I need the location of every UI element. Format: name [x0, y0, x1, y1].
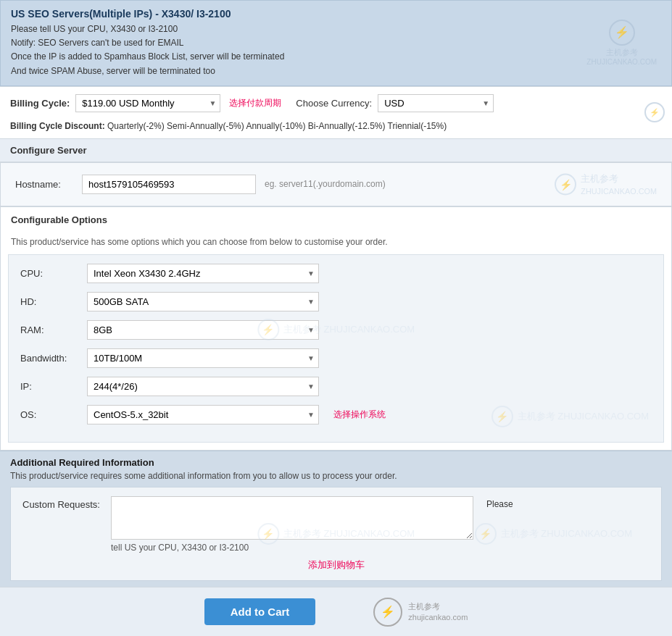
- currency-label: Choose Currency:: [296, 98, 372, 109]
- ip-row: IP: 244(4*/26) ▼: [20, 377, 652, 396]
- watermark-billing: ⚡: [644, 102, 665, 122]
- hd-select[interactable]: 500GB SATA: [87, 292, 319, 311]
- info-line-4: And twice SPAM Abuse, server will be ter…: [11, 64, 661, 78]
- configurable-options: Configurable Options This product/servic…: [0, 206, 672, 451]
- additional-desc: This product/service requires some addit…: [10, 471, 662, 481]
- info-line-2: Notify: SEO Servers can't be used for EM…: [11, 36, 661, 50]
- bandwidth-select[interactable]: 10TB/100M: [87, 348, 319, 368]
- add-to-cart-button[interactable]: Add to Cart: [204, 598, 316, 625]
- config-intro: This product/service has some options wh…: [1, 231, 671, 254]
- ram-select-wrap[interactable]: 8GB ▼: [87, 320, 319, 340]
- info-box: US SEO Servers(Multiple IPs) - X3430/ I3…: [0, 0, 672, 86]
- bandwidth-label: Bandwidth:: [20, 353, 78, 364]
- billing-cycle-label: Billing Cycle:: [10, 98, 70, 109]
- custom-req-label: Custom Requests:: [22, 496, 102, 510]
- brand-text: 主机参考 zhujicankao.com: [408, 601, 468, 622]
- ram-label: RAM:: [20, 325, 78, 335]
- brand-url: zhujicankao.com: [408, 613, 468, 622]
- watermark-text-1: 主机参考: [586, 47, 657, 58]
- billing-section: Billing Cycle: $119.00 USD Monthly ▼ 选择付…: [0, 86, 672, 138]
- brand-name: 主机参考: [408, 602, 440, 611]
- configurable-options-label: Configurable Options: [11, 214, 107, 225]
- hd-row: HD: 500GB SATA ▼: [20, 292, 652, 311]
- product-title: US SEO Servers(Multiple IPs) - X3430/ I3…: [11, 8, 661, 20]
- hd-label: HD:: [20, 296, 78, 307]
- info-line-3: Once the IP is added to Spamhaus Block L…: [11, 50, 661, 64]
- please-text: Please: [486, 496, 513, 509]
- cpu-select[interactable]: Intel Xeon X3430 2.4GHz: [87, 264, 319, 283]
- os-row: OS: CentOS-5.x_32bit ▼ 选择操作系统: [20, 405, 652, 424]
- ram-row: RAM: 8GB ▼: [20, 320, 652, 340]
- configure-server-header: Configure Server: [0, 138, 672, 162]
- bandwidth-row: Bandwidth: 10TB/100M ▼: [20, 348, 652, 368]
- custom-requests-textarea[interactable]: [111, 496, 473, 540]
- hd-select-wrap[interactable]: 500GB SATA ▼: [87, 292, 319, 311]
- billing-cycle-select[interactable]: $119.00 USD Monthly: [75, 94, 220, 112]
- custom-req-row: Custom Requests: Please: [22, 496, 650, 540]
- os-hint: 选择操作系统: [333, 409, 386, 421]
- os-select-wrap[interactable]: CentOS-5.x_32bit ▼: [87, 405, 319, 424]
- billing-cycle-select-wrap[interactable]: $119.00 USD Monthly ▼: [75, 94, 220, 112]
- cart-section: Add to Cart ⚡ 主机参考 zhujicankao.com: [0, 587, 672, 636]
- configurable-options-header: Configurable Options: [1, 207, 671, 231]
- cpu-select-wrap[interactable]: Intel Xeon X3430 2.4GHz ▼: [87, 264, 319, 283]
- ip-select[interactable]: 244(4*/26): [87, 377, 319, 396]
- brand-logo: ⚡ 主机参考 zhujicankao.com: [373, 598, 468, 627]
- ip-label: IP:: [20, 381, 78, 392]
- watermark-header: ⚡ 主机参考 ZHUJICANKAO.COM: [586, 20, 657, 66]
- bandwidth-select-wrap[interactable]: 10TB/100M ▼: [87, 348, 319, 368]
- ip-select-wrap[interactable]: 244(4*/26) ▼: [87, 377, 319, 396]
- currency-select[interactable]: USD: [378, 94, 494, 112]
- currency-select-wrap[interactable]: USD ▼: [378, 94, 494, 112]
- brand-circle-icon: ⚡: [373, 598, 402, 627]
- billing-discount-label: Billing Cycle Discount:: [10, 121, 105, 131]
- ram-select[interactable]: 8GB: [87, 320, 319, 340]
- billing-discount: Billing Cycle Discount: Quarterly(-2%) S…: [10, 118, 662, 131]
- configure-server-body: Hostname: eg. server11(.yourdomain.com) …: [0, 162, 672, 206]
- os-label: OS:: [20, 409, 78, 420]
- cpu-row: CPU: Intel Xeon X3430 2.4GHz ▼: [20, 264, 652, 283]
- additional-body: Custom Requests: Please tell US your CPU…: [10, 487, 662, 581]
- os-select[interactable]: CentOS-5.x_32bit: [87, 405, 319, 424]
- additional-title: Additional Required Information: [10, 457, 662, 468]
- billing-discount-text: Quarterly(-2%) Semi-Annually(-5%) Annual…: [107, 121, 447, 131]
- configure-server-label: Configure Server: [10, 145, 86, 156]
- hostname-label: Hostname:: [15, 179, 73, 190]
- config-options-body: CPU: Intel Xeon X3430 2.4GHz ▼ HD: 500GB…: [8, 254, 664, 443]
- page-wrapper: US SEO Servers(Multiple IPs) - X3430/ I3…: [0, 0, 672, 636]
- watermark-text-2: ZHUJICANKAO.COM: [586, 58, 657, 66]
- add-hint: 添加到购物车: [308, 559, 365, 570]
- billing-cycle-hint: 选择付款周期: [229, 97, 281, 109]
- watermark-circle-icon: ⚡: [609, 20, 635, 46]
- hostname-hint: eg. server11(.yourdomain.com): [265, 179, 386, 189]
- additional-section: Additional Required Information This pro…: [0, 451, 672, 587]
- tell-us-text: tell US your CPU, X3430 or I3-2100: [111, 543, 650, 553]
- hostname-row: Hostname: eg. server11(.yourdomain.com): [15, 175, 657, 194]
- info-line-1: Please tell US your CPU, X3430 or I3-210…: [11, 22, 661, 36]
- cpu-label: CPU:: [20, 268, 78, 279]
- billing-row: Billing Cycle: $119.00 USD Monthly ▼ 选择付…: [10, 94, 662, 112]
- hostname-input[interactable]: [82, 175, 256, 194]
